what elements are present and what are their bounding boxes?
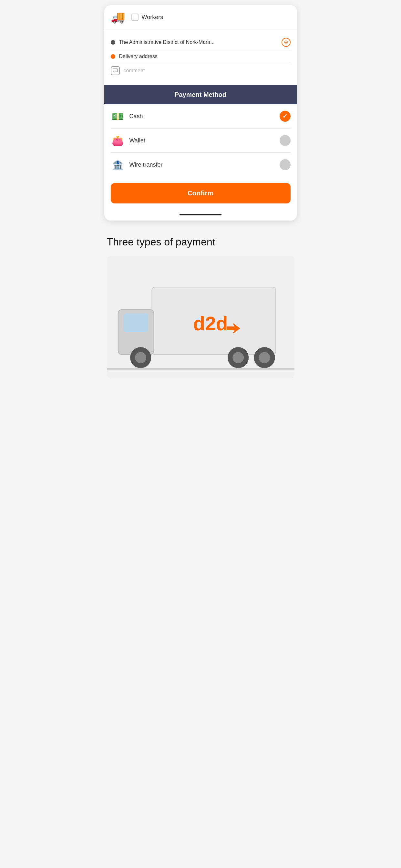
svg-rect-10	[124, 313, 148, 332]
svg-point-12	[135, 352, 146, 363]
svg-point-16	[258, 352, 270, 363]
svg-point-0	[285, 42, 287, 43]
comment-row[interactable]: comment	[111, 63, 290, 79]
payment-option-cash[interactable]: 💵 Cash	[111, 104, 290, 128]
three-types-heading: Three types of payment	[107, 236, 295, 248]
svg-point-14	[233, 352, 244, 363]
address-section: The Administrative District of Nork-Mara…	[104, 29, 297, 85]
svg-point-1	[284, 41, 287, 43]
payment-option-wire[interactable]: 🏦 Wire transfer	[111, 153, 290, 177]
payment-options-list: 💵 Cash 👛 Wallet 🏦 Wire transfer	[104, 104, 297, 177]
comment-icon	[111, 66, 120, 75]
wallet-icon: 👛	[111, 134, 125, 147]
workers-row: 🚚 Workers	[104, 5, 297, 29]
location-target-icon[interactable]	[281, 38, 290, 47]
wallet-label: Wallet	[129, 137, 280, 144]
modal-card: 🚚 Workers The Administrative District of…	[104, 5, 297, 221]
page-container: 🚚 Workers The Administrative District of…	[100, 5, 301, 868]
payment-method-header: Payment Method	[104, 85, 297, 104]
payment-method-title: Payment Method	[175, 91, 226, 98]
workers-label: Workers	[142, 14, 163, 21]
wallet-radio-unselected[interactable]	[280, 135, 290, 146]
comment-placeholder-text: comment	[124, 68, 145, 73]
pickup-dot-icon	[111, 40, 115, 44]
confirm-section: Confirm	[104, 177, 297, 211]
wire-transfer-label: Wire transfer	[129, 161, 280, 168]
payment-option-wallet[interactable]: 👛 Wallet	[111, 128, 290, 153]
delivery-address-text: Delivery address	[119, 54, 290, 59]
home-bar	[180, 214, 221, 215]
cash-icon: 💵	[111, 110, 125, 122]
workers-checkbox[interactable]	[131, 13, 138, 21]
wire-transfer-icon: 🏦	[111, 159, 125, 171]
truck-illustration-area: d2d	[107, 256, 295, 378]
home-indicator	[104, 211, 297, 221]
svg-text:d2d: d2d	[193, 313, 227, 335]
delivery-dot-icon	[111, 54, 115, 59]
truck-svg: d2d	[107, 256, 295, 378]
pickup-address-text: The Administrative District of Nork-Mara…	[119, 39, 279, 45]
confirm-button[interactable]: Confirm	[111, 183, 290, 204]
pickup-address-row[interactable]: The Administrative District of Nork-Mara…	[111, 35, 290, 51]
delivery-address-row[interactable]: Delivery address	[111, 51, 290, 63]
bottom-section: Three types of payment	[100, 228, 301, 378]
truck-workers-icon: 🚚	[111, 10, 127, 24]
cash-label: Cash	[129, 113, 280, 120]
svg-rect-6	[113, 69, 118, 72]
cash-radio-selected[interactable]	[280, 111, 290, 122]
svg-rect-17	[107, 368, 295, 370]
wire-radio-unselected[interactable]	[280, 159, 290, 170]
